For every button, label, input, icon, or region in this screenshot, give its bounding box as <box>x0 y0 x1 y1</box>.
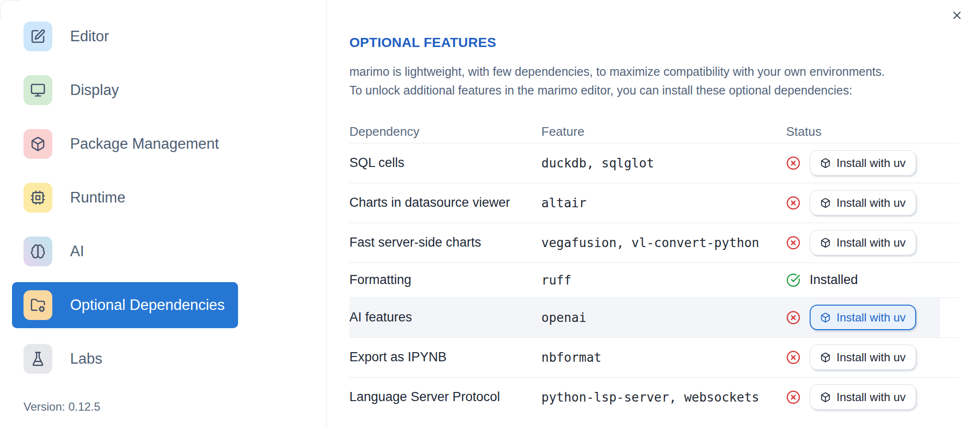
dependency-cell: Fast server-side charts <box>349 235 541 250</box>
table-row: Fast server-side chartsvegafusion, vl-co… <box>349 223 958 263</box>
icon-tile <box>24 290 52 320</box>
sidebar-item-runtime[interactable]: Runtime <box>12 175 238 221</box>
table-row: SQL cellsduckdb, sqlglotInstall with uv <box>349 143 958 183</box>
close-button[interactable] <box>946 5 968 26</box>
table-body: SQL cellsduckdb, sqlglotInstall with uvC… <box>349 143 958 417</box>
icon-tile <box>24 129 52 159</box>
description-line: marimo is lightweight, with few dependen… <box>349 62 958 81</box>
sidebar-item-package-management[interactable]: Package Management <box>12 121 238 167</box>
table-row: AI featuresopenaiInstall with uv <box>349 298 958 338</box>
sidebar-item-label: AI <box>70 243 84 260</box>
dependency-cell: Formatting <box>349 273 541 287</box>
installed-label: Installed <box>810 273 858 287</box>
sidebar-item-label: Labs <box>70 350 102 368</box>
sidebar-item-display[interactable]: Display <box>12 67 238 113</box>
status-missing-icon <box>786 390 801 404</box>
settings-dialog: EditorDisplayPackage ManagementRuntimeAI… <box>0 0 980 427</box>
sidebar-item-label: Display <box>70 82 119 99</box>
package-icon <box>30 136 46 152</box>
version-label: Version: 0.12.5 <box>24 400 100 414</box>
status-missing-icon <box>786 236 801 250</box>
flask-icon <box>30 351 46 367</box>
sidebar-item-optional-dependencies[interactable]: Optional Dependencies <box>12 282 238 328</box>
feature-cell: ruff <box>541 273 786 287</box>
box-icon <box>820 158 831 168</box>
status-cell: Install with uv <box>786 190 958 215</box>
feature-cell: openai <box>541 310 786 325</box>
feature-cell: duckdb, sqlglot <box>541 156 786 170</box>
icon-tile <box>24 237 52 266</box>
column-header-feature: Feature <box>541 124 786 139</box>
table-row: FormattingruffInstalled <box>349 263 958 298</box>
monitor-icon <box>30 83 46 98</box>
circle-check-icon <box>786 273 801 287</box>
table-row: Export as IPYNBnbformatInstall with uv <box>349 338 958 378</box>
status-missing-icon <box>786 350 801 365</box>
status-cell: Install with uv <box>786 344 958 370</box>
circle-x-icon <box>786 390 801 404</box>
status-cell: Install with uv <box>786 305 958 330</box>
dependency-cell: Language Server Protocol <box>349 390 541 404</box>
square-pen-icon <box>30 29 46 44</box>
box-icon <box>820 392 831 403</box>
sidebar-item-label: Editor <box>70 28 109 45</box>
icon-tile <box>24 344 52 374</box>
x-icon <box>951 9 963 22</box>
optional-features-panel: OPTIONAL FEATURES marimo is lightweight,… <box>327 0 980 427</box>
box-icon <box>820 198 831 208</box>
status-missing-icon <box>786 196 801 210</box>
install-with-uv-button[interactable]: Install with uv <box>810 150 916 176</box>
sidebar-item-label: Optional Dependencies <box>70 297 225 314</box>
circle-x-icon <box>786 196 801 210</box>
status-cell: Install with uv <box>786 230 958 255</box>
description-line: To unlock additional features in the mar… <box>349 81 958 100</box>
brain-icon <box>30 244 46 259</box>
install-with-uv-button[interactable]: Install with uv <box>810 190 916 215</box>
table-row: Language Server Protocolpython-lsp-serve… <box>349 378 958 417</box>
install-with-uv-button[interactable]: Install with uv <box>810 384 916 410</box>
dependency-cell: Charts in datasource viewer <box>349 195 541 210</box>
dependency-cell: SQL cells <box>349 155 541 170</box>
table-header: Dependency Feature Status <box>349 107 958 143</box>
dependencies-table: Dependency Feature Status SQL cellsduckd… <box>349 107 958 417</box>
circle-x-icon <box>786 156 801 170</box>
feature-cell: python-lsp-server, websockets <box>541 390 786 404</box>
sidebar-item-label: Runtime <box>70 189 125 206</box>
install-with-uv-button[interactable]: Install with uv <box>810 344 916 370</box>
status-cell: Install with uv <box>786 150 958 176</box>
circle-x-icon <box>786 310 801 325</box>
status-missing-icon <box>786 156 801 170</box>
dependency-cell: Export as IPYNB <box>349 350 541 365</box>
cpu-icon <box>30 190 46 205</box>
sidebar-item-ai[interactable]: AI <box>12 228 238 274</box>
install-with-uv-button[interactable]: Install with uv <box>810 305 916 330</box>
status-missing-icon <box>786 310 801 325</box>
settings-sidebar: EditorDisplayPackage ManagementRuntimeAI… <box>0 0 327 427</box>
panel-description: marimo is lightweight, with few dependen… <box>349 62 958 100</box>
install-button-label: Install with uv <box>837 391 906 403</box>
install-button-label: Install with uv <box>837 197 906 209</box>
dependency-cell: AI features <box>349 310 541 325</box>
sidebar-item-label: Package Management <box>70 135 219 153</box>
icon-tile <box>24 183 52 213</box>
circle-x-icon <box>786 236 801 250</box>
install-button-label: Install with uv <box>837 352 906 363</box>
install-button-label: Install with uv <box>837 312 906 323</box>
status-installed-icon <box>786 273 801 287</box>
circle-x-icon <box>786 350 801 365</box>
icon-tile <box>24 75 52 105</box>
icon-tile <box>24 22 52 51</box>
sidebar-item-editor[interactable]: Editor <box>12 13 238 59</box>
feature-cell: altair <box>541 196 786 210</box>
install-button-label: Install with uv <box>837 157 906 169</box>
table-row: Charts in datasource vieweraltairInstall… <box>349 183 958 223</box>
sidebar-item-labs[interactable]: Labs <box>12 336 238 382</box>
box-icon <box>820 312 831 323</box>
status-cell: Install with uv <box>786 384 958 410</box>
status-cell: Installed <box>786 273 958 287</box>
page-title: OPTIONAL FEATURES <box>349 35 958 51</box>
install-with-uv-button[interactable]: Install with uv <box>810 230 916 255</box>
box-icon <box>820 352 831 363</box>
box-icon <box>820 237 831 248</box>
column-header-dependency: Dependency <box>349 124 541 139</box>
